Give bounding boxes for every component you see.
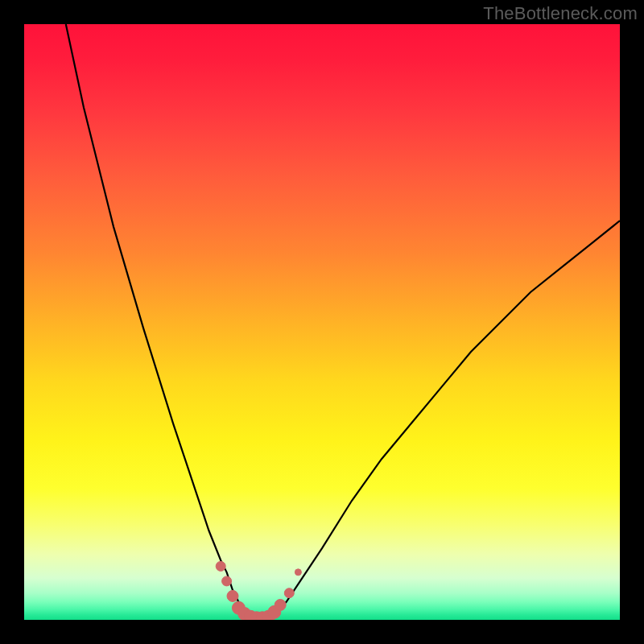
chart-frame: TheBottleneck.com [0, 0, 644, 644]
plot-area [24, 24, 620, 620]
bottleneck-gradient-background [24, 24, 620, 620]
watermark-text: TheBottleneck.com [483, 3, 638, 24]
